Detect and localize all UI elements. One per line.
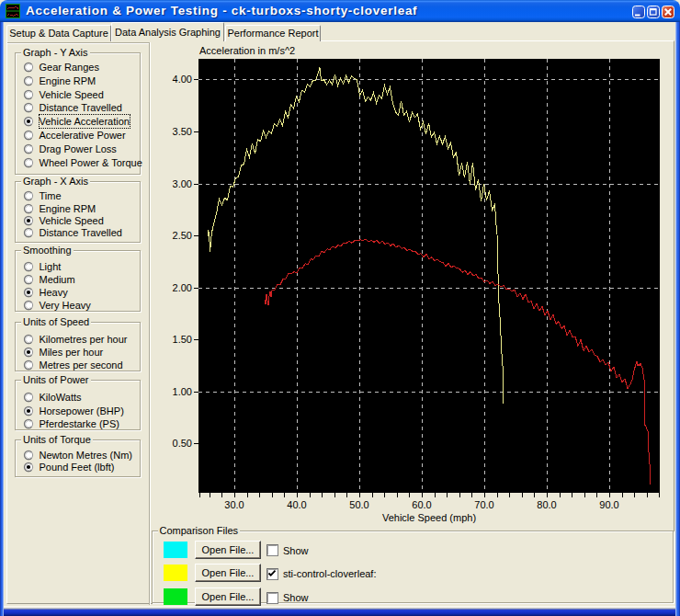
svg-text:3.50: 3.50 [173,126,192,137]
svg-text:Acceleration in m/s^2: Acceleration in m/s^2 [199,45,295,56]
svg-text:90.0: 90.0 [599,499,618,510]
svg-text:80.0: 80.0 [537,499,556,510]
svg-text:0.50: 0.50 [173,438,192,449]
svg-text:2.50: 2.50 [173,230,192,241]
svg-text:2.00: 2.00 [173,282,192,293]
svg-text:30.0: 30.0 [224,499,244,510]
svg-text:1.00: 1.00 [173,386,192,397]
svg-text:4.00: 4.00 [173,74,192,85]
svg-text:50.0: 50.0 [349,499,368,510]
svg-text:60.0: 60.0 [412,499,431,510]
svg-text:3.00: 3.00 [173,178,192,189]
svg-text:40.0: 40.0 [287,499,306,510]
svg-text:70.0: 70.0 [474,499,493,510]
svg-text:Vehicle Speed (mph): Vehicle Speed (mph) [382,512,476,523]
svg-text:1.50: 1.50 [173,334,192,345]
